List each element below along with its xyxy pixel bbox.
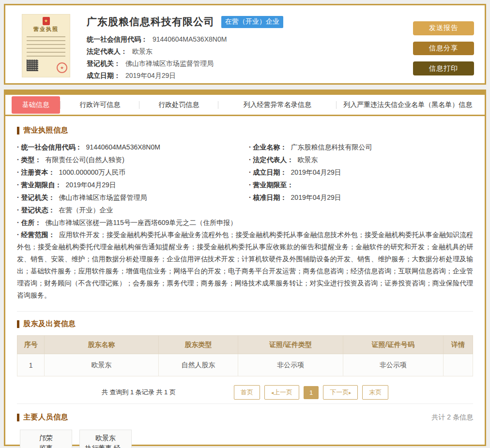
field-term-to: · 营业期限至：: [249, 179, 473, 191]
header-field-legal-rep: 法定代表人：欧景东: [87, 45, 413, 58]
field-label: · 住所：: [17, 219, 42, 226]
cell-cert-number: 非公示项: [343, 354, 443, 376]
field-value: 91440604MA536X8N0M: [153, 35, 227, 43]
person-card[interactable]: 邝荣 监事: [20, 430, 72, 448]
field-label: · 营业期限自：: [17, 181, 62, 189]
personnel-card-list: 邝荣 监事 欧景东 执行董事,经...: [20, 430, 473, 448]
header-field-registry: 登记机关：佛山市禅城区市场监督管理局: [87, 58, 413, 70]
field-value: 欧景东: [298, 156, 318, 164]
print-info-button[interactable]: 信息打印: [413, 61, 474, 75]
field-label: · 法定代表人：: [249, 156, 294, 164]
field-value: 在营（开业）企业: [59, 206, 113, 214]
field-value: 应用软件开发；接受金融机构委托从事金融业务流程外包；接受金融机构委托从事金融信息…: [17, 231, 473, 299]
first-page-button[interactable]: 首页: [234, 385, 260, 400]
field-label: · 核准日期：: [249, 194, 287, 201]
field-label: 登记机关：: [87, 60, 121, 67]
tab-admin-license[interactable]: 行政许可信息: [61, 101, 139, 109]
cell-shareholder-name: 欧景东: [45, 354, 158, 376]
field-value: 佛山市禅城区市场监督管理局: [125, 60, 214, 67]
company-detail-card: 基础信息 行政许可信息 行政处罚信息 列入经营异常名录信息 列入严重违法失信企业…: [4, 90, 486, 446]
section-divider: [17, 311, 473, 312]
field-label: · 营业期限至：: [249, 181, 294, 189]
business-license-image: ★ 营业执照 ★: [22, 14, 70, 77]
column-header-shareholder-type: 股东类型: [158, 336, 238, 354]
field-label: · 登记机关：: [17, 194, 55, 201]
field-label: · 登记状态：: [17, 206, 55, 214]
person-card[interactable]: 欧景东 执行董事,经...: [79, 430, 132, 448]
cell-index: 1: [17, 354, 45, 376]
header-field-founded: 成立日期：2019年04月29日: [87, 70, 413, 82]
record-count-summary: 共 查询到 1 条记录 共 1 页: [102, 388, 176, 397]
tab-blacklist[interactable]: 列入严重违法失信企业名单（黑名单）信息: [337, 101, 479, 109]
table-header-row: 序号 股东名称 股东类型 证照/证件类型 证照/证件号码 详情: [17, 336, 473, 354]
company-summary: 广东股粮信息科技有限公司 在营（开业）企业 统一社会信用代码：91440604M…: [87, 14, 413, 75]
personnel-count-note: 共计 2 条信息: [431, 413, 473, 422]
field-company-type: · 类型：有限责任公司(自然人独资): [17, 153, 241, 166]
share-info-button[interactable]: 信息分享: [413, 42, 474, 56]
pagination-buttons: 首页 ◂上一页 1 下一页▸ 末页: [234, 385, 388, 400]
field-registered-capital: · 注册资本：1000.000000万人民币: [17, 166, 241, 179]
field-registration-status: · 登记状态：在营（开业）企业: [17, 204, 241, 216]
person-name: 邝荣: [39, 433, 53, 443]
person-role: 执行董事,经...: [85, 443, 126, 448]
field-value: 欧景东: [132, 47, 153, 55]
cell-cert-type: 非公示项: [238, 354, 343, 376]
header-action-buttons: 发送报告 信息分享 信息打印: [413, 14, 474, 75]
field-credit-code: · 统一社会信用代码：91440604MA536X8N0M: [17, 141, 241, 153]
field-value: 佛山市禅城区市场监督管理局: [59, 194, 147, 201]
field-label: · 企业名称：: [249, 143, 287, 151]
field-legal-rep: · 法定代表人：欧景东: [249, 153, 473, 166]
prev-page-label: 上一页: [274, 388, 292, 396]
field-label: · 统一社会信用代码：: [17, 143, 82, 151]
field-term-from: · 营业期限自：2019年04月29日: [17, 179, 241, 191]
shareholders-table: 序号 股东名称 股东类型 证照/证件类型 证照/证件号码 详情 1 欧景东 自然…: [17, 335, 473, 376]
license-text-lines: [27, 36, 65, 57]
field-label: 法定代表人：: [87, 47, 127, 55]
section-title-key-personnel: 主要人员信息: [17, 413, 68, 422]
pagination: 共 查询到 1 条记录 共 1 页 首页 ◂上一页 1 下一页▸ 末页: [17, 385, 473, 400]
tab-basic-info[interactable]: 基础信息: [11, 96, 60, 114]
column-header-cert-type: 证照/证件类型: [238, 336, 343, 354]
current-page-button[interactable]: 1: [304, 386, 319, 399]
prev-page-button[interactable]: ◂上一页: [264, 385, 299, 400]
field-label: · 类型：: [17, 156, 42, 164]
section-title-shareholders: 股东及出资信息: [17, 319, 473, 329]
column-header-detail: 详情: [443, 336, 473, 354]
section-divider: [17, 403, 473, 404]
field-value: 91440604MA536X8N0M: [86, 143, 160, 151]
column-header-index: 序号: [17, 336, 45, 354]
field-label: · 成立日期：: [249, 168, 287, 176]
cell-detail: [443, 354, 473, 376]
field-business-scope: · 经营范围：应用软件开发；接受金融机构委托从事金融业务流程外包；接受金融机构委…: [17, 229, 473, 301]
table-row: 1 欧景东 自然人股东 非公示项 非公示项: [17, 354, 473, 376]
field-value: 2019年04月29日: [291, 168, 341, 176]
field-value: 广东股粮信息科技有限公司: [291, 143, 372, 151]
person-name: 欧景东: [95, 433, 116, 443]
field-label: 统一社会信用代码：: [87, 35, 148, 43]
column-header-shareholder-name: 股东名称: [45, 336, 158, 354]
gold-top-bar: [5, 91, 485, 95]
field-company-name: · 企业名称：广东股粮信息科技有限公司: [249, 141, 473, 153]
tab-label: 基础信息: [12, 96, 60, 114]
field-value: 1000.000000万人民币: [59, 168, 126, 176]
tab-abnormal-operation[interactable]: 列入经营异常名录信息: [218, 101, 336, 109]
field-value: 2019年04月29日: [291, 194, 341, 201]
field-label: 成立日期：: [87, 72, 121, 79]
next-page-button[interactable]: 下一页▸: [323, 385, 358, 400]
field-value: 2019年04月29日: [125, 72, 176, 79]
company-header-card: ★ 营业执照 ★ 广东股粮信息科技有限公司 在营（开业）企业 统一社会信用代码：…: [4, 4, 486, 85]
person-role: 监事: [39, 443, 53, 448]
column-header-cert-number: 证照/证件号码: [343, 336, 443, 354]
field-value: 2019年04月29日: [66, 181, 116, 189]
next-arrow-icon: ▸: [349, 390, 351, 395]
field-founded-date: · 成立日期：2019年04月29日: [249, 166, 473, 179]
field-label: · 经营范围：: [17, 231, 55, 239]
send-report-button[interactable]: 发送报告: [413, 21, 474, 35]
tab-admin-penalty[interactable]: 行政处罚信息: [139, 101, 218, 109]
last-page-button[interactable]: 末页: [362, 385, 388, 400]
qr-code: [27, 60, 38, 71]
field-value: 佛山市禅城区张槎一路115号一座西塔609单元之二（住所申报）: [46, 219, 237, 226]
license-info-fields: · 统一社会信用代码：91440604MA536X8N0M · 企业名称：广东股…: [17, 141, 473, 301]
field-address: · 住所：佛山市禅城区张槎一路115号一座西塔609单元之二（住所申报）: [17, 216, 473, 229]
field-registry-authority: · 登记机关：佛山市禅城区市场监督管理局: [17, 191, 241, 204]
